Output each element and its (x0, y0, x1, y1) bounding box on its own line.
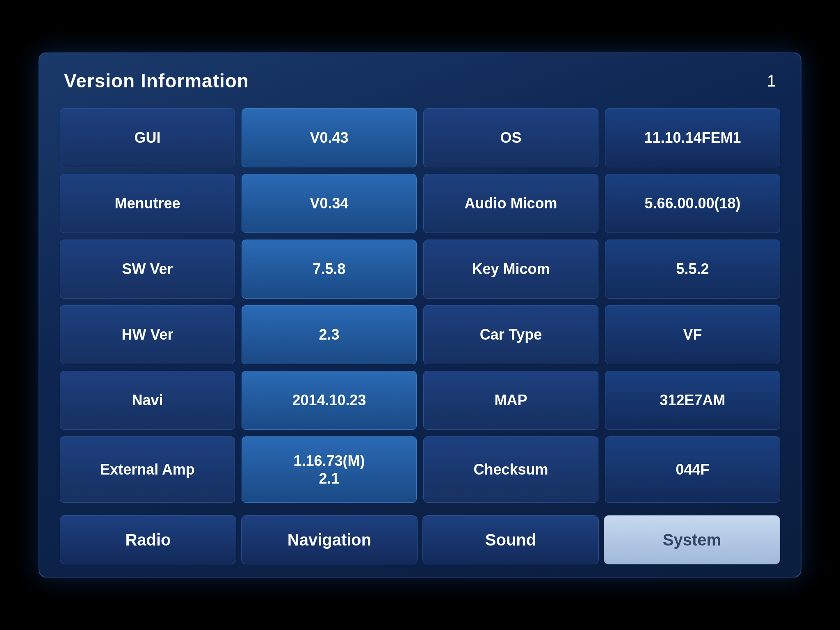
row-0-col2-label: OS (423, 108, 598, 167)
tab-sound[interactable]: Sound (422, 515, 599, 564)
row-1-col1-label: Menutree (60, 174, 235, 233)
tab-navigation[interactable]: Navigation (241, 515, 418, 564)
row-2-col1-label: SW Ver (60, 240, 235, 299)
title-bar: Version Information 1 (60, 70, 780, 92)
row-3-col2-label: Car Type (423, 305, 598, 364)
row-0-col2-value: 11.10.14FEM1 (605, 108, 780, 167)
row-4-col1-value: 2014.10.23 (242, 371, 417, 430)
row-5-col1-label: External Amp (60, 436, 235, 503)
tab-system[interactable]: System (604, 515, 780, 564)
row-1-col2-value: 5.66.00.00(18) (605, 174, 780, 233)
row-3-col1-label: HW Ver (60, 305, 235, 364)
row-5-col1-value: 1.16.73(M) 2.1 (242, 436, 417, 503)
row-0-col1-label: GUI (60, 108, 235, 167)
tab-radio[interactable]: Radio (60, 515, 236, 564)
page-title: Version Information (64, 70, 249, 92)
row-1-col1-value: V0.34 (242, 174, 417, 233)
page-number: 1 (767, 72, 776, 90)
row-4-col2-value: 312E7AM (605, 371, 780, 430)
info-grid: GUIV0.43OS11.10.14FEM1MenutreeV0.34Audio… (60, 108, 780, 503)
row-2-col2-value: 5.5.2 (605, 240, 780, 299)
row-4-col2-label: MAP (423, 371, 598, 430)
row-3-col1-value: 2.3 (242, 305, 417, 364)
row-4-col1-label: Navi (60, 371, 235, 430)
row-0-col1-value: V0.43 (242, 108, 417, 167)
row-1-col2-label: Audio Micom (423, 174, 598, 233)
row-2-col1-value: 7.5.8 (242, 240, 417, 299)
row-2-col2-label: Key Micom (423, 240, 598, 299)
main-screen: Version Information 1 GUIV0.43OS11.10.14… (39, 52, 801, 578)
row-5-col2-value: 044F (605, 436, 780, 503)
row-3-col2-value: VF (605, 305, 780, 364)
row-5-col2-label: Checksum (423, 436, 598, 503)
bottom-tabs: RadioNavigationSoundSystem (60, 515, 780, 564)
